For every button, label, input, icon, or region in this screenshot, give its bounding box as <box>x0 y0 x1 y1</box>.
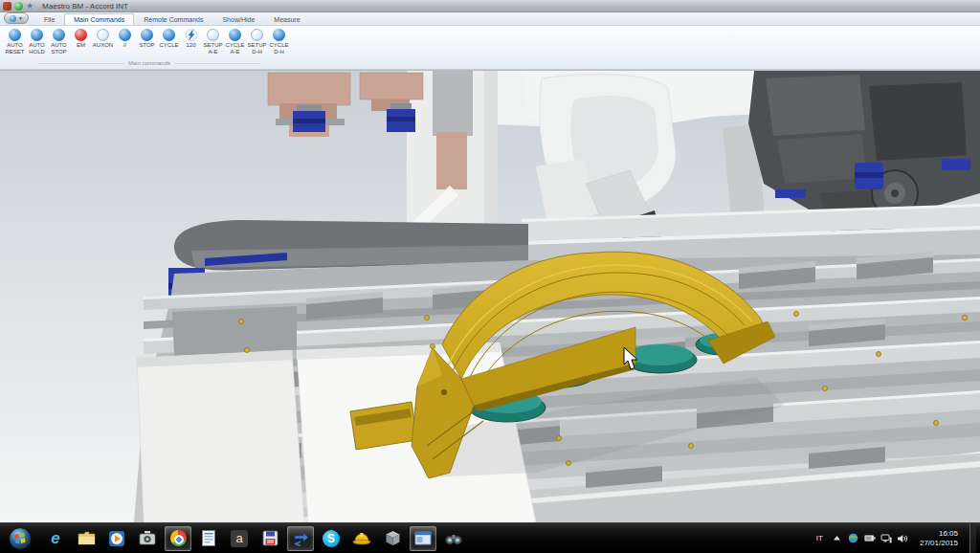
tab-measure[interactable]: Measure <box>264 13 309 25</box>
sphere-blue-icon <box>163 29 175 41</box>
taskbar-icon-maestro-window[interactable] <box>410 526 436 551</box>
taskbar-icon-windows-explorer[interactable] <box>73 526 100 551</box>
application-window: ★ Maestro BM - Accord INT ▼ FileMain Com… <box>0 0 980 553</box>
tray-volume-icon[interactable] <box>897 533 908 544</box>
cnc-machine-scene <box>0 71 980 522</box>
taskbar-icon-media-player[interactable] <box>103 526 130 551</box>
taskbar-icon-search-tool[interactable] <box>440 526 467 551</box>
taskbar-icon-internet-explorer[interactable]: e <box>42 526 69 551</box>
clock-date: 27/01/2015 <box>920 539 958 548</box>
taskbar-icon-3d-viewer[interactable] <box>379 526 406 551</box>
sphere-pale-icon <box>207 29 219 41</box>
taskbar: eaS IT 16:05 27/01/2015 <box>0 522 980 553</box>
taskbar-icon-backup-tool[interactable] <box>256 526 283 551</box>
chevron-down-icon: ▼ <box>18 15 23 21</box>
system-tray: IT 16:05 27/01/2015 <box>808 523 980 553</box>
ribbon-button-cycle[interactable]: CYCLE <box>158 28 180 49</box>
sphere-blue-icon <box>141 29 153 41</box>
taskbar-icon-chrome[interactable] <box>165 526 191 551</box>
ribbon-button-auxon[interactable]: AUXON <box>92 28 114 49</box>
tab-main-commands[interactable]: Main Commands <box>64 13 134 25</box>
ribbon-button-em[interactable]: EM <box>70 28 92 49</box>
ribbon-button-auto-reset[interactable]: AUTORESET <box>4 28 26 55</box>
window-title: Maestro BM - Accord INT <box>42 2 128 11</box>
sphere-blue-icon <box>273 29 285 41</box>
tray-network-icon[interactable] <box>880 533 892 544</box>
ribbon-button-setup-d-h[interactable]: SETUPD-H <box>246 28 268 55</box>
ribbon-tab-strip: ▼ FileMain CommandsRemote CommandsShow/H… <box>0 12 980 26</box>
show-desktop-button[interactable] <box>969 523 976 553</box>
sphere-pale-icon <box>251 29 263 41</box>
sphere-blue-icon <box>31 29 43 41</box>
ribbon-button-auto-hold[interactable]: AUTOHOLD <box>26 28 48 55</box>
app-menu-sphere-icon <box>10 15 16 22</box>
taskbar-icon-snipping-tool[interactable] <box>134 526 161 551</box>
language-indicator[interactable]: IT <box>813 532 826 544</box>
taskbar-icon-maestro-cnc[interactable] <box>348 526 375 551</box>
ribbon-button-stop[interactable]: STOP <box>136 28 158 49</box>
tab-remote-commands[interactable]: Remote Commands <box>134 13 212 25</box>
sphere-blue-icon <box>229 29 241 41</box>
tab-file[interactable]: File <box>34 13 64 25</box>
taskbar-icon-document-app[interactable] <box>195 526 222 551</box>
taskbar-icon-a-application[interactable]: a <box>226 526 253 551</box>
clock-time: 16:05 <box>920 529 958 539</box>
tray-chevron-up-icon[interactable] <box>832 533 843 544</box>
taskbar-icon-skype[interactable]: S <box>318 526 345 551</box>
favorites-star-icon[interactable]: ★ <box>26 2 33 11</box>
app-logo-icon <box>3 2 11 11</box>
tray-drive-icon[interactable] <box>848 533 859 544</box>
sphere-pale-icon <box>97 29 109 41</box>
ribbon-group-label: Main commands <box>0 60 299 66</box>
ribbon-button-cycle-d-h[interactable]: CYCLED-H <box>268 28 290 55</box>
start-button[interactable] <box>8 526 33 551</box>
taskbar-clock[interactable]: 16:05 27/01/2015 <box>914 529 964 548</box>
ribbon-button-setup-a-e[interactable]: SETUPA-E <box>202 28 224 55</box>
sphere-blue-icon <box>53 29 65 41</box>
sphere-red-icon <box>75 29 87 41</box>
taskbar-icon-cad-transfer[interactable] <box>287 526 314 551</box>
ribbon-button--[interactable]: // <box>114 28 136 49</box>
ribbon-button-auto-stop[interactable]: AUTOSTOP <box>48 28 70 55</box>
sphere-blue-icon <box>9 29 21 41</box>
tray-battery-icon[interactable] <box>864 533 876 544</box>
green-orb-icon[interactable] <box>14 2 23 11</box>
title-bar: ★ Maestro BM - Accord INT <box>0 0 980 12</box>
ribbon: AUTORESETAUTOHOLDAUTOSTOPEMAUXON//STOPCY… <box>0 26 980 70</box>
tab-show-hide[interactable]: Show/Hide <box>212 13 264 25</box>
ribbon-button-cycle-a-e[interactable]: CYCLEA-E <box>224 28 246 55</box>
ribbon-button-120[interactable]: 120 <box>180 28 202 49</box>
3d-viewport[interactable] <box>0 70 980 522</box>
sphere-blue-icon <box>119 29 131 41</box>
application-menu-button[interactable]: ▼ <box>4 12 29 24</box>
